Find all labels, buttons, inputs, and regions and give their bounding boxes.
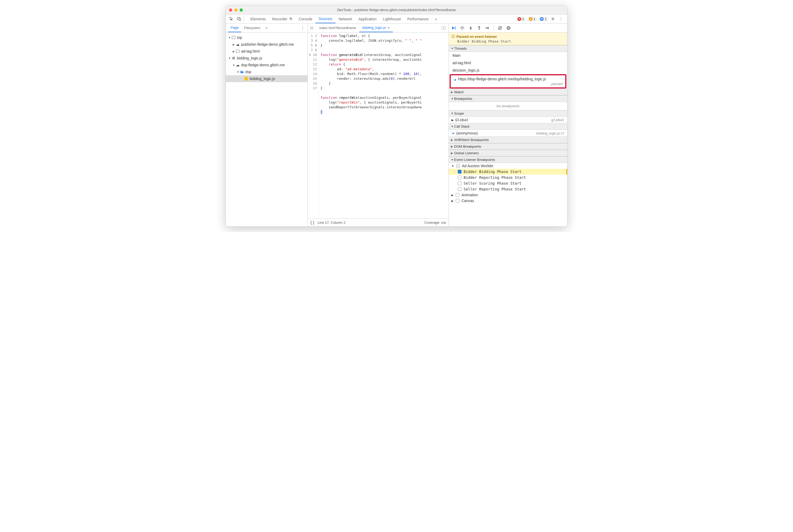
checkbox[interactable] <box>458 187 461 191</box>
callstack-header[interactable]: ▼Call Stack <box>449 123 567 130</box>
pretty-print-icon[interactable]: { } <box>310 220 314 225</box>
step-icon[interactable] <box>485 25 491 31</box>
tab-performance[interactable]: Performance <box>404 15 432 23</box>
page-tab[interactable]: Page <box>228 23 241 32</box>
more-navigator-tabs-icon[interactable]: » <box>263 23 270 32</box>
tree-dsp-domain[interactable]: ▼☁dsp-fledge-demo.glitch.me <box>226 61 307 69</box>
editor-tabs: index.html?fencedframe bidding_logic.js× <box>308 23 449 33</box>
tab-console[interactable]: Console <box>296 15 316 23</box>
evt-category-animation[interactable]: ▶Animation <box>449 192 567 198</box>
checkbox[interactable] <box>458 182 461 185</box>
thread-adtag[interactable]: ad-tag.html <box>449 59 567 66</box>
watch-header[interactable]: ▶Watch <box>449 89 567 95</box>
tree-top[interactable]: ▼top <box>226 34 307 41</box>
paused-detail: Bidder Bidding Phase Start <box>451 39 565 43</box>
settings-gear-icon[interactable]: ⚙ <box>550 17 556 21</box>
no-breakpoints-label: No breakpoints <box>449 102 567 110</box>
maximize-window-button[interactable] <box>240 8 243 12</box>
current-thread-arrow-icon: ➔ <box>453 78 456 82</box>
panel-tabs: Elements Recorder ⚗ Console Sources Netw… <box>247 15 440 23</box>
filesystem-tab[interactable]: Filesystem <box>241 23 263 32</box>
svg-rect-1 <box>239 18 241 21</box>
editor-tab-index[interactable]: index.html?fencedframe <box>316 23 359 32</box>
thread-main[interactable]: Main <box>449 52 567 59</box>
svg-point-13 <box>507 26 510 30</box>
thread-decision[interactable]: decision_logic.js <box>449 66 567 74</box>
more-tabs-icon[interactable]: » <box>432 15 440 23</box>
tree-bidding-worklet[interactable]: ▼⚙bidding_logic.js <box>226 55 307 61</box>
resume-icon[interactable] <box>451 25 457 31</box>
run-snippet-icon[interactable] <box>440 23 448 32</box>
close-tab-icon[interactable]: × <box>388 26 390 30</box>
tab-network[interactable]: Network <box>336 15 355 23</box>
svg-rect-14 <box>508 27 508 29</box>
coverage-status: Coverage: n/a <box>424 221 446 225</box>
xhr-breakpoints-header[interactable]: ▶XHR/fetch Breakpoints <box>449 137 567 143</box>
step-into-icon[interactable] <box>468 25 474 31</box>
evt-item-bidder-reporting[interactable]: Bidder Reporting Phase Start <box>449 175 567 180</box>
issues-count-badge[interactable]: ⊟1 <box>539 17 548 21</box>
checkbox[interactable] <box>456 193 459 197</box>
navigator-more-icon[interactable]: ⋮ <box>300 26 305 30</box>
window-controls <box>229 8 243 12</box>
svg-rect-5 <box>310 26 311 30</box>
nav-back-icon[interactable] <box>309 23 316 32</box>
frame-icon <box>235 50 240 53</box>
svg-rect-4 <box>245 77 248 80</box>
debugger-toolbar <box>449 23 567 33</box>
event-listener-breakpoints-header[interactable]: ▼Event Listener Breakpoints <box>449 156 567 163</box>
tree-domain-publisher[interactable]: ▶☁publisher-fledge-demo.glitch.me <box>226 41 307 48</box>
global-listeners-header[interactable]: ▶Global Listeners <box>449 150 567 156</box>
tab-application[interactable]: Application <box>355 15 380 23</box>
evt-category-canvas[interactable]: ▶Canvas <box>449 198 567 204</box>
line-gutter: 1 2 3 4 5 6 7 8 9 10 11 12 13 14 15 16 1… <box>308 33 319 218</box>
checkbox-checked[interactable]: ✓ <box>458 170 461 174</box>
editor-statusbar: { } Line 17, Column 2 Coverage: n/a <box>308 218 449 226</box>
svg-point-11 <box>486 27 487 28</box>
stack-frame-0[interactable]: ➔(anonymous)bidding_logic.js:17 <box>449 130 567 137</box>
evt-category-adauction[interactable]: ▼−Ad Auction Worklet <box>449 163 567 169</box>
paused-title: Paused on event listener <box>456 35 497 39</box>
tab-sources[interactable]: Sources <box>316 15 335 23</box>
minimize-window-button[interactable] <box>234 8 238 12</box>
thread-highlighted[interactable]: ➔ https://dsp-fledge-demo.glitch.me/dsp/… <box>450 74 566 89</box>
checkbox[interactable] <box>456 199 459 203</box>
evt-item-seller-scoring[interactable]: Seller Scoring Phase Start <box>449 180 567 186</box>
device-toolbar-icon[interactable] <box>235 15 243 23</box>
scope-global[interactable]: ▶Globalglobal <box>449 117 567 123</box>
pause-on-exceptions-icon[interactable] <box>506 25 511 31</box>
deactivate-breakpoints-icon[interactable] <box>497 25 503 31</box>
tab-lighthouse[interactable]: Lighthouse <box>380 15 404 23</box>
error-count-badge[interactable]: ✕1 <box>516 17 526 21</box>
code-editor[interactable]: 1 2 3 4 5 6 7 8 9 10 11 12 13 14 15 16 1… <box>308 33 449 218</box>
tree-bidding-logic-file[interactable]: bidding_logic.js <box>226 75 307 82</box>
evt-item-seller-reporting[interactable]: Seller Reporting Phase Start <box>449 186 567 192</box>
editor-tab-bidding[interactable]: bidding_logic.js× <box>359 23 393 32</box>
js-file-icon <box>244 77 249 80</box>
tab-elements[interactable]: Elements <box>247 15 269 23</box>
tree-adtag-html[interactable]: ▶ad-tag.html <box>226 48 307 55</box>
file-tree: ▼top ▶☁publisher-fledge-demo.glitch.me ▶… <box>226 33 307 226</box>
inspect-element-icon[interactable] <box>228 15 235 23</box>
cursor-position: Line 17, Column 2 <box>318 221 345 225</box>
tab-recorder[interactable]: Recorder ⚗ <box>269 15 296 23</box>
scope-header[interactable]: ▼Scope <box>449 110 567 117</box>
more-menu-icon[interactable]: ⋮ <box>558 17 564 21</box>
info-icon: ⓘ <box>451 34 455 39</box>
category-checkbox[interactable]: − <box>456 164 460 168</box>
frame-icon <box>231 36 236 39</box>
breakpoints-header[interactable]: ▼Breakpoints <box>449 95 567 102</box>
cloud-icon: ☁ <box>235 42 240 46</box>
threads-header[interactable]: ▼Threads <box>449 45 567 52</box>
step-over-icon[interactable] <box>459 25 465 31</box>
checkbox[interactable] <box>458 176 461 179</box>
svg-point-9 <box>470 29 471 30</box>
close-window-button[interactable] <box>229 8 232 12</box>
warning-count-badge[interactable]: ▲1 <box>527 17 537 21</box>
step-out-icon[interactable] <box>476 25 482 31</box>
devtools-window: DevTools - publisher-fledge-demo.glitch.… <box>226 5 567 227</box>
tree-dsp-folder[interactable]: ▼dsp <box>226 69 307 75</box>
evt-item-bidder-bidding[interactable]: ✓Bidder Bidding Phase Start <box>449 169 567 175</box>
code-content: function log(label, o) { console.log(lab… <box>319 33 449 218</box>
dom-breakpoints-header[interactable]: ▶DOM Breakpoints <box>449 143 567 150</box>
